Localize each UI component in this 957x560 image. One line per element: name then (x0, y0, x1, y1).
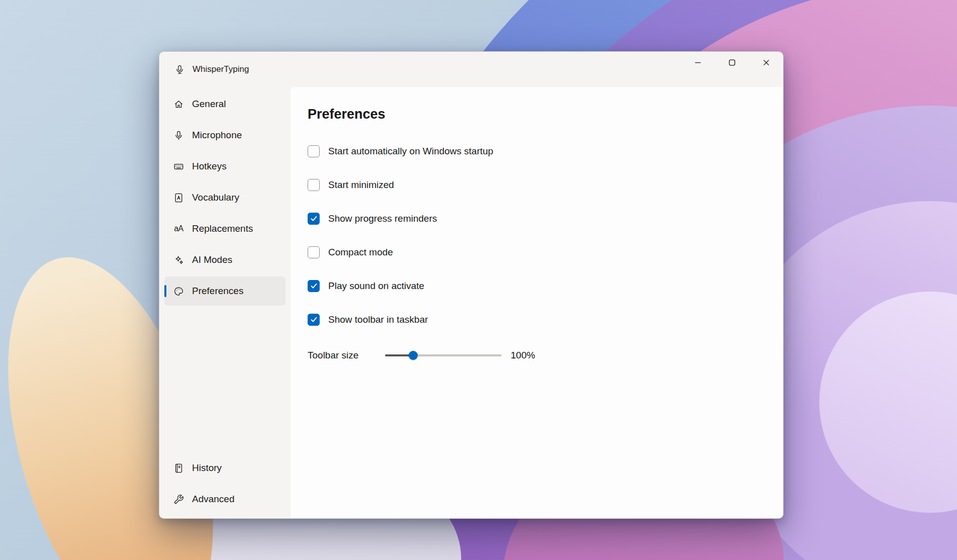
checkbox-label: Start minimized (328, 179, 394, 191)
wrench-icon (173, 494, 184, 505)
checkbox-start-automatically-on-windows-startup[interactable] (308, 145, 320, 157)
sidebar-nav-top: GeneralMicrophoneHotkeysVocabularyaARepl… (159, 87, 291, 306)
sidebar-item-label: Replacements (192, 223, 253, 234)
preference-row-show-toolbar-in-taskbar[interactable]: Show toolbar in taskbar (308, 303, 763, 336)
sidebar-item-label: Preferences (192, 286, 243, 297)
checkbox-compact-mode[interactable] (308, 246, 320, 258)
sidebar-item-hotkeys[interactable]: Hotkeys (164, 152, 285, 181)
toolbar-size-label: Toolbar size (308, 350, 385, 361)
ai-sparkle-icon (173, 254, 184, 266)
preference-row-start-minimized[interactable]: Start minimized (308, 168, 763, 202)
preference-row-compact-mode[interactable]: Compact mode (308, 235, 763, 269)
checkbox-show-progress-reminders[interactable] (308, 213, 320, 225)
toolbar-size-value: 100% (511, 350, 535, 361)
preference-checkbox-list: Start automatically on Windows startupSt… (308, 134, 763, 336)
palette-icon (173, 286, 184, 297)
checkbox-label: Start automatically on Windows startup (328, 146, 493, 157)
selected-indicator (164, 285, 166, 297)
minimize-icon (694, 58, 702, 68)
toolbar-size-row: Toolbar size 100% (308, 338, 763, 372)
sidebar-nav-bottom: HistoryAdvanced (159, 453, 291, 516)
sidebar-item-ai-modes[interactable]: AI Modes (164, 245, 285, 274)
microphone-icon (173, 130, 184, 141)
sidebar-item-general[interactable]: General (164, 89, 285, 119)
checkbox-start-minimized[interactable] (308, 179, 320, 191)
close-button[interactable] (749, 52, 783, 75)
sidebar-item-label: Advanced (192, 494, 235, 505)
vocabulary-book-icon (173, 192, 184, 204)
maximize-button[interactable] (715, 52, 749, 75)
sidebar-item-vocabulary[interactable]: Vocabulary (164, 183, 285, 212)
sidebar-item-replacements[interactable]: aAReplacements (164, 214, 285, 243)
sidebar-item-advanced[interactable]: Advanced (164, 485, 285, 514)
checkbox-label: Play sound on activate (328, 281, 424, 292)
sidebar-item-label: History (192, 462, 222, 474)
slider-thumb[interactable] (409, 351, 418, 360)
desktop-wallpaper: WhisperTyping GeneralMicrophoneHotkeysVo… (0, 0, 957, 560)
titlebar[interactable]: WhisperTyping (159, 52, 783, 87)
sidebar-item-label: Hotkeys (192, 161, 227, 172)
app-logo-microphone-icon (173, 63, 185, 75)
history-notebook-icon (173, 462, 184, 474)
minimize-button[interactable] (681, 52, 715, 75)
window-title: WhisperTyping (193, 64, 249, 74)
sidebar-item-label: AI Modes (192, 254, 232, 265)
toolbar-size-slider[interactable] (385, 351, 502, 360)
checkbox-label: Show progress reminders (328, 213, 437, 224)
slider-track (385, 354, 502, 356)
home-icon (173, 99, 184, 110)
sidebar-item-label: Vocabulary (192, 192, 239, 203)
main-content: Preferences Start automatically on Windo… (291, 87, 783, 518)
keyboard-icon (173, 161, 184, 172)
checkbox-play-sound-on-activate[interactable] (308, 280, 320, 292)
text-replace-icon: aA (173, 223, 184, 235)
maximize-icon (728, 58, 736, 68)
preference-row-start-automatically-on-windows-startup[interactable]: Start automatically on Windows startup (308, 134, 763, 168)
page-title: Preferences (308, 105, 763, 123)
sidebar: GeneralMicrophoneHotkeysVocabularyaARepl… (159, 87, 291, 518)
preference-row-play-sound-on-activate[interactable]: Play sound on activate (308, 269, 763, 303)
sidebar-item-preferences[interactable]: Preferences (164, 276, 285, 306)
sidebar-item-microphone[interactable]: Microphone (164, 121, 285, 150)
app-window: WhisperTyping GeneralMicrophoneHotkeysVo… (159, 51, 784, 519)
checkbox-label: Compact mode (328, 247, 393, 258)
preference-row-show-progress-reminders[interactable]: Show progress reminders (308, 202, 763, 235)
checkbox-label: Show toolbar in taskbar (328, 314, 428, 325)
sidebar-item-label: Microphone (192, 130, 242, 141)
sidebar-item-label: General (192, 99, 226, 110)
caption-buttons (681, 52, 783, 75)
checkbox-show-toolbar-in-taskbar[interactable] (308, 314, 320, 326)
sidebar-item-history[interactable]: History (164, 453, 285, 483)
close-icon (762, 58, 771, 68)
